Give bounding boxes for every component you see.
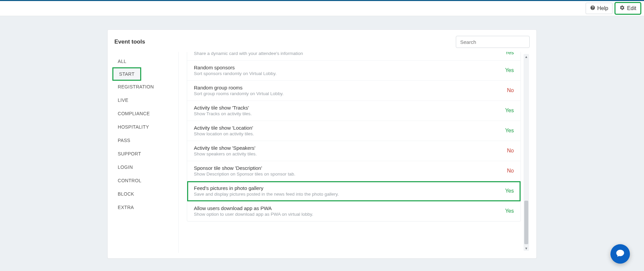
setting-row[interactable]: Voucher Share a dynamic card with your a… — [187, 52, 521, 61]
setting-value: Yes — [505, 188, 514, 194]
setting-value: Yes — [505, 108, 514, 114]
settings-scroll-area: Voucher Share a dynamic card with your a… — [185, 52, 530, 253]
tab-all[interactable]: ALL — [112, 55, 178, 68]
tab-login[interactable]: LOGIN — [112, 160, 178, 174]
scroll-up-arrow-icon[interactable]: ▲ — [524, 54, 529, 59]
edit-button[interactable]: Edit — [615, 3, 641, 14]
setting-title: Sponsor tile show 'Description' — [194, 165, 295, 171]
setting-value: Yes — [505, 208, 514, 214]
setting-text: Random group rooms Sort group rooms rand… — [194, 85, 283, 96]
setting-title: Activity tile show 'Speakers' — [194, 145, 257, 151]
setting-title: Activity tile show 'Tracks' — [194, 105, 252, 111]
setting-row[interactable]: Activity tile show 'Location' Show locat… — [187, 121, 521, 141]
tab-support[interactable]: SUPPORT — [112, 147, 178, 160]
tab-registration[interactable]: REGISTRATION — [112, 80, 178, 93]
setting-text: Voucher Share a dynamic card with your a… — [194, 52, 303, 56]
setting-row[interactable]: Sponsor tile show 'Description' Show Des… — [187, 161, 521, 181]
chat-fab-button[interactable] — [610, 244, 630, 264]
setting-desc: Save and display pictures posted in the … — [194, 192, 339, 197]
vertical-scrollbar[interactable]: ▲ ▼ — [524, 54, 529, 251]
content-wrap: Event tools ALL START REGISTRATION LIVE … — [0, 16, 644, 259]
setting-value: Yes — [505, 128, 514, 134]
chat-icon — [615, 249, 625, 259]
setting-text: Sponsor tile show 'Description' Show Des… — [194, 165, 295, 177]
setting-desc: Show speakers on activity tiles. — [194, 151, 257, 156]
tab-compliance[interactable]: COMPLIANCE — [112, 107, 178, 120]
setting-title: Random sponsors — [194, 65, 276, 70]
setting-text: Random sponsors Sort sponsors randomly o… — [194, 65, 276, 76]
settings-card: Voucher Share a dynamic card with your a… — [187, 52, 521, 221]
setting-text: Feed's pictures in photo gallery Save an… — [194, 185, 339, 197]
setting-desc: Sort group rooms randomly on Virtual Lob… — [194, 91, 283, 96]
setting-row[interactable]: Allow users download app as PWA Show opt… — [187, 201, 521, 221]
tab-start[interactable]: START — [113, 68, 141, 80]
tab-block[interactable]: BLOCK — [112, 187, 178, 201]
event-tools-panel: Event tools ALL START REGISTRATION LIVE … — [107, 29, 537, 259]
setting-title: Activity tile show 'Location' — [194, 125, 254, 131]
setting-desc: Show option to user download app as PWA … — [194, 212, 313, 217]
setting-desc: Show Description on Sponsor tiles on spo… — [194, 172, 295, 177]
setting-text: Activity tile show 'Tracks' Show Tracks … — [194, 105, 252, 116]
setting-value: No — [507, 148, 514, 154]
setting-row[interactable]: Activity tile show 'Tracks' Show Tracks … — [187, 101, 521, 121]
tab-live[interactable]: LIVE — [112, 93, 178, 107]
setting-desc: Show location on activity tiles. — [194, 131, 254, 136]
setting-row[interactable]: Activity tile show 'Speakers' Show speak… — [187, 141, 521, 161]
setting-desc: Show Tracks on activity tiles. — [194, 111, 252, 116]
topbar: Help Edit — [0, 1, 644, 16]
setting-title: Random group rooms — [194, 85, 283, 90]
setting-text: Activity tile show 'Location' Show locat… — [194, 125, 254, 136]
tab-hospitality[interactable]: HOSPITALITY — [112, 120, 178, 134]
setting-value: Yes — [505, 67, 514, 73]
panel-header: Event tools — [108, 30, 536, 52]
tab-extra[interactable]: EXTRA — [112, 201, 178, 214]
side-tabs: ALL START REGISTRATION LIVE COMPLIANCE H… — [112, 52, 179, 253]
scroll-down-arrow-icon[interactable]: ▼ — [524, 246, 529, 251]
edit-button-label: Edit — [627, 5, 636, 11]
setting-value: No — [507, 168, 514, 174]
scrollbar-thumb[interactable] — [524, 201, 528, 244]
setting-row[interactable]: Random group rooms Sort group rooms rand… — [187, 81, 521, 101]
tab-pass[interactable]: PASS — [112, 134, 178, 147]
setting-value: No — [507, 87, 514, 93]
setting-value: Yes — [505, 52, 514, 56]
help-button-label: Help — [597, 5, 608, 11]
help-icon — [590, 5, 595, 12]
setting-title: Feed's pictures in photo gallery — [194, 185, 339, 191]
setting-title: Allow users download app as PWA — [194, 205, 313, 211]
setting-desc: Share a dynamic card with your attendee'… — [194, 52, 303, 56]
gear-icon — [620, 5, 625, 12]
setting-text: Activity tile show 'Speakers' Show speak… — [194, 145, 257, 156]
tab-control[interactable]: CONTROL — [112, 174, 178, 187]
setting-desc: Sort sponsors randomly on Virtual Lobby. — [194, 71, 276, 76]
panel-body: ALL START REGISTRATION LIVE COMPLIANCE H… — [108, 52, 536, 253]
search-input[interactable] — [456, 36, 530, 48]
setting-row[interactable]: Random sponsors Sort sponsors randomly o… — [187, 61, 521, 81]
setting-row-feed-pictures[interactable]: Feed's pictures in photo gallery Save an… — [187, 181, 521, 201]
setting-text: Allow users download app as PWA Show opt… — [194, 205, 313, 217]
help-button[interactable]: Help — [586, 3, 613, 14]
panel-title: Event tools — [114, 39, 145, 45]
